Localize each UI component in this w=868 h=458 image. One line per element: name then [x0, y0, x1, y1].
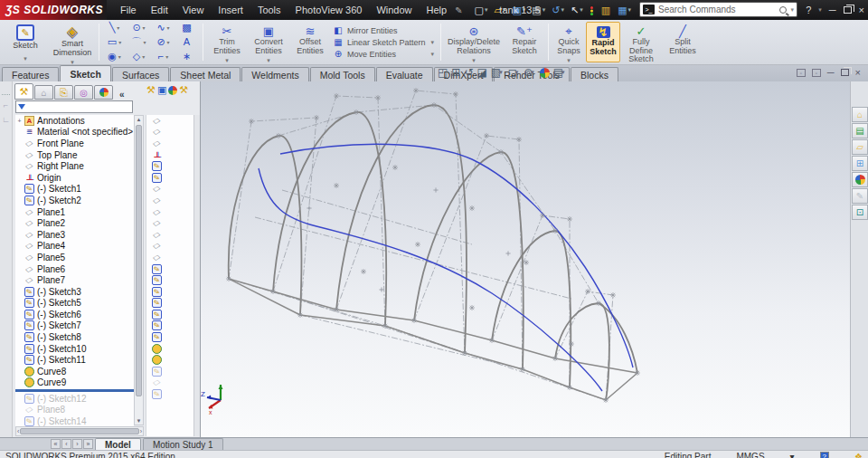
minimize-button[interactable]: ─: [829, 5, 836, 15]
tree-item[interactable]: (-) Sketch3: [15, 286, 134, 298]
tree-icon-row[interactable]: [146, 366, 193, 377]
tab-displaymanager[interactable]: [94, 85, 113, 100]
rollback-step-icon[interactable]: ∟: [0, 115, 12, 124]
fully-define-sketch-button[interactable]: ✓ Fully Define Sketch: [620, 22, 662, 62]
tree-icon-row[interactable]: [146, 127, 193, 138]
task-pane-tab[interactable]: ✎: [852, 188, 868, 204]
tree-icon-row[interactable]: [146, 331, 193, 343]
tab-propertymanager[interactable]: ⌂: [34, 85, 53, 100]
tab-nav-arrow[interactable]: ‹: [61, 439, 71, 449]
convert-entities-button[interactable]: ▣ Convert Entities ▾: [248, 22, 289, 62]
expander-icon[interactable]: +: [16, 118, 23, 124]
tree-icon-row[interactable]: [146, 206, 193, 218]
trim-entities-button[interactable]: ✂ Trim Entities ▾: [206, 22, 248, 62]
split-entities-button[interactable]: ╱ Split Entities: [662, 22, 703, 62]
sketch-tool-button[interactable]: ⌒ ▾: [127, 35, 151, 49]
doc-window-icon[interactable]: ▫: [812, 69, 821, 77]
tree-icon-row[interactable]: [146, 252, 193, 263]
tree-icon-row[interactable]: [146, 241, 193, 253]
menu-item[interactable]: View: [176, 2, 211, 18]
display-delete-relations-button[interactable]: ⊛ Display/Delete Relations ▾: [444, 22, 504, 62]
scrollbar-thumb[interactable]: [20, 428, 138, 434]
tree-icon-row[interactable]: [146, 195, 193, 206]
tree-item[interactable]: (-) Sketch1: [15, 184, 134, 196]
ribbon-tab[interactable]: Evaluate: [376, 67, 433, 81]
ribbon-tab[interactable]: Sheet Metal: [170, 67, 241, 81]
tree-item[interactable]: (-) Sketch8: [15, 331, 134, 343]
sketch-tool-button[interactable]: ⊙ ▾: [127, 21, 151, 34]
view-tool-button[interactable]: ▧ ▾: [491, 66, 503, 79]
doc-restore-button[interactable]: [841, 69, 849, 76]
doc-close-button[interactable]: ×: [855, 67, 861, 78]
close-button[interactable]: ×: [859, 5, 864, 15]
search-icon[interactable]: [779, 6, 787, 14]
offset-entities-button[interactable]: ≋ Offset Entities: [289, 22, 331, 62]
smart-dimension-button[interactable]: ◈ Smart Dimension ▾: [49, 22, 96, 62]
tree-icon-row[interactable]: [146, 320, 193, 332]
part-icon[interactable]: ▣: [157, 84, 166, 96]
menu-item[interactable]: Edit: [145, 2, 175, 18]
ribbon-tab[interactable]: Blocks: [571, 67, 618, 81]
chevron-down-icon[interactable]: ▾: [430, 51, 438, 58]
tree-icon-row[interactable]: [146, 160, 193, 172]
restore-button[interactable]: [844, 6, 852, 14]
menu-item[interactable]: Tools: [251, 2, 288, 18]
tree-item[interactable]: Top Plane: [15, 149, 134, 161]
tree-item[interactable]: Curve9: [15, 377, 134, 389]
tree-item[interactable]: (-) Sketch5: [15, 298, 134, 310]
tree-icon-row[interactable]: [146, 286, 193, 298]
tab-nav-arrow[interactable]: ›: [72, 439, 82, 449]
tree-icon-row[interactable]: [146, 263, 193, 275]
quick-snaps-button[interactable]: ⌖ Quick Snaps ▾: [552, 22, 586, 62]
tree-item[interactable]: Origin: [15, 172, 134, 184]
view-tool-button[interactable]: ◪: [476, 66, 485, 79]
ribbon-tab[interactable]: Features: [2, 67, 59, 81]
sketch-tool-button[interactable]: ⌐ ▾: [151, 50, 175, 63]
rapid-sketch-button[interactable]: ↯ Rapid Sketch: [586, 22, 620, 62]
rollback-step-icon[interactable]: ⌐: [0, 100, 12, 110]
tree-item[interactable]: Plane4: [15, 241, 134, 253]
tree-icon-row[interactable]: [146, 229, 193, 241]
feature-tree-icon[interactable]: ⚒: [179, 84, 188, 96]
tree-item[interactable]: Plane7: [15, 274, 134, 286]
linear-sketch-pattern-button[interactable]: ▦ Linear Sketch Pattern ▾: [333, 37, 438, 47]
sketch-tool-button[interactable]: ▩: [175, 21, 200, 34]
tree-icon-row[interactable]: [146, 184, 193, 196]
chevron-down-icon[interactable]: ▾: [430, 39, 438, 46]
mirror-entities-button[interactable]: ◧ Mirror Entities: [333, 25, 438, 35]
scroll-right-arrow[interactable]: ›: [140, 428, 142, 434]
ribbon-tab[interactable]: Mold Tools: [310, 67, 375, 81]
view-tool-button[interactable]: ⊞: [451, 66, 458, 79]
tree-item[interactable]: (-) Sketch6: [15, 309, 134, 320]
rollback-bar[interactable]: [15, 389, 134, 392]
sketch-tool-button[interactable]: A: [175, 35, 200, 49]
scroll-down-arrow[interactable]: ▼: [135, 418, 143, 424]
task-pane-tab[interactable]: ⌂: [852, 107, 868, 122]
tag-icon[interactable]: ❖: [854, 452, 863, 458]
tree-icon-row[interactable]: [146, 138, 193, 149]
tree-item[interactable]: (-) Sketch10: [15, 343, 134, 355]
tree-item[interactable]: (-) Sketch7: [15, 320, 134, 332]
tree-item[interactable]: (-) Sketch12: [15, 393, 134, 405]
tree-item[interactable]: Plane2: [15, 217, 134, 229]
move-entities-button[interactable]: ⊕ Move Entities ▾: [333, 49, 438, 59]
chevron-down-icon[interactable]: ▾: [818, 6, 822, 14]
help-button[interactable]: ?: [806, 5, 811, 15]
tab-nav-arrow[interactable]: «: [51, 439, 61, 449]
tree-icon-row[interactable]: [146, 274, 193, 286]
tree-filter[interactable]: [15, 100, 133, 113]
graphics-viewport[interactable]: Z x: [201, 81, 850, 437]
tree-icon-row[interactable]: [146, 388, 193, 400]
quick-access-button[interactable]: ▦ ▾: [615, 4, 634, 17]
tree-item[interactable]: (-) Sketch2: [15, 195, 134, 206]
tree-icon-row[interactable]: [146, 354, 193, 366]
scroll-up-arrow[interactable]: ▲: [135, 117, 143, 122]
tree-icon-row[interactable]: [146, 377, 193, 389]
model-tab[interactable]: Model: [95, 438, 141, 450]
tree-horizontal-scrollbar[interactable]: ‹ ›: [15, 426, 144, 436]
tree-vertical-scrollbar[interactable]: ▲ ▼: [134, 115, 144, 425]
chevron-down-icon[interactable]: ▾: [790, 6, 794, 14]
tree-icon-row[interactable]: [146, 298, 193, 310]
sketch-tool-button[interactable]: ◇ ▾: [127, 50, 151, 63]
doc-window-icon[interactable]: ▫: [797, 69, 806, 77]
